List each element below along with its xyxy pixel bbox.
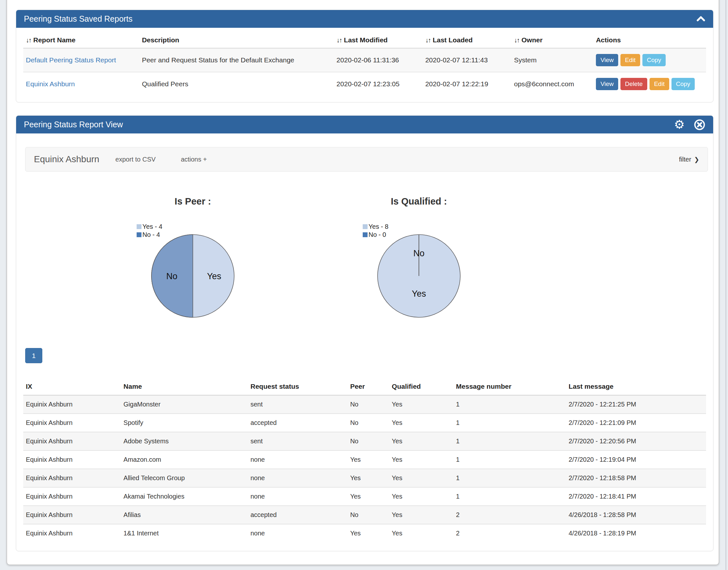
cell-last-loaded: 2020-02-07 12:11:43 — [423, 48, 512, 72]
cell-actions: ViewEditCopy — [593, 48, 706, 72]
cell-ix: Equinix Ashburn — [23, 524, 121, 542]
table-row: Equinix Ashburn1&1 InternetnoneYesYes24/… — [23, 524, 706, 542]
report-name-link[interactable]: Default Peering Status Report — [26, 56, 116, 64]
table-row: Equinix AshburnAllied Telecom GroupnoneY… — [23, 469, 706, 487]
page-background: Peering Status Saved Reports ↓↑Report Na… — [0, 0, 728, 570]
page-button-1[interactable]: 1 — [25, 348, 42, 363]
legend-swatch — [137, 224, 141, 229]
filter-toggle[interactable]: filter ❯ — [679, 156, 699, 163]
column-header-name: Name — [121, 379, 248, 395]
column-label: Last Loaded — [433, 36, 473, 44]
chevron-right-icon: ❯ — [694, 156, 699, 163]
actions-menu-link[interactable]: actions + — [181, 156, 207, 163]
cell-qualified: Yes — [389, 506, 454, 524]
saved-reports-header: Peering Status Saved Reports — [16, 10, 713, 28]
report-view-title: Peering Status Report View — [24, 120, 665, 129]
pagination: 1 — [23, 348, 706, 363]
table-row: Equinix AshburnQualified Peers2020-02-07… — [23, 72, 706, 96]
cell-request-status: none — [248, 469, 348, 487]
cell-peer: Yes — [347, 524, 389, 542]
table-row: Default Peering Status ReportPeer and Re… — [23, 48, 706, 72]
legend-swatch — [363, 224, 368, 229]
column-header-owner[interactable]: ↓↑Owner — [511, 31, 593, 48]
collapse-chevron-up-icon[interactable] — [696, 16, 705, 22]
column-header-ix: IX — [23, 379, 121, 395]
cell-qualified: Yes — [389, 432, 454, 451]
report-name-link[interactable]: Equinix Ashburn — [26, 80, 75, 87]
cell-name: Spotify — [121, 413, 248, 432]
cell-request-status: sent — [248, 432, 348, 451]
pie-label-yes: Yes — [207, 271, 221, 281]
cell-qualified: Yes — [389, 524, 454, 542]
report-view-panel: Peering Status Report View ⚙ Equinix Ash… — [16, 115, 713, 551]
column-header-last-loaded[interactable]: ↓↑Last Loaded — [423, 31, 512, 48]
cell-name: Amazon.com — [121, 451, 248, 469]
is-peer-chart: Is Peer : Yes - 4No - 4 NoYes — [80, 196, 306, 348]
is-qualified-pie-chart: NoYes — [375, 232, 463, 320]
report-view-body: Equinix Ashburn export to CSV actions + … — [16, 147, 713, 542]
table-row: Equinix AshburnAfiliasacceptedNoYes24/26… — [23, 506, 706, 524]
column-header-qualified: Qualified — [389, 379, 454, 395]
delete-button[interactable]: Delete — [620, 78, 647, 90]
export-csv-link[interactable]: export to CSV — [115, 156, 156, 163]
cell-message-number: 1 — [454, 395, 566, 413]
edit-button[interactable]: Edit — [620, 54, 640, 66]
cell-request-status: sent — [248, 395, 348, 413]
cell-request-status: accepted — [248, 506, 348, 524]
legend-item: Yes - 4 — [137, 223, 162, 231]
cell-message-number: 1 — [454, 413, 566, 432]
cell-qualified: Yes — [389, 395, 454, 413]
cell-last-modified: 2020-02-07 12:23:05 — [334, 72, 423, 96]
cell-message-number: 1 — [454, 487, 566, 506]
table-row: Equinix AshburnAmazon.comnoneYesYes12/7/… — [23, 451, 706, 469]
table-row: Equinix AshburnSpotifyacceptedNoYes12/7/… — [23, 413, 706, 432]
cell-last-message: 2/7/2020 - 12:21:25 PM — [566, 395, 706, 413]
view-button[interactable]: View — [596, 78, 618, 90]
cell-last-loaded: 2020-02-07 12:22:19 — [423, 72, 512, 96]
cell-qualified: Yes — [389, 487, 454, 506]
pie-label-no: No — [414, 249, 425, 258]
chart-title: Is Qualified : — [306, 196, 532, 207]
column-header-message-number: Message number — [454, 379, 566, 395]
copy-button[interactable]: Copy — [672, 78, 695, 90]
view-button[interactable]: View — [596, 54, 618, 66]
cell-ix: Equinix Ashburn — [23, 506, 121, 524]
legend-swatch — [363, 232, 368, 237]
pie-label-no: No — [166, 271, 178, 281]
cell-last-message: 2/7/2020 - 12:21:09 PM — [566, 413, 706, 432]
saved-reports-title: Peering Status Saved Reports — [24, 14, 687, 24]
cell-peer: No — [347, 432, 389, 451]
cell-last-message: 2/7/2020 - 12:18:58 PM — [566, 469, 706, 487]
peers-table: IXNameRequest statusPeerQualifiedMessage… — [23, 379, 706, 542]
charts-row: Is Peer : Yes - 4No - 4 NoYes Is Qualifi… — [23, 196, 706, 348]
cell-qualified: Yes — [389, 469, 454, 487]
cell-ix: Equinix Ashburn — [23, 469, 121, 487]
edit-button[interactable]: Edit — [650, 78, 669, 90]
cell-peer: Yes — [347, 487, 389, 506]
cell-last-message: 2/7/2020 - 12:20:56 PM — [566, 432, 706, 451]
cell-request-status: none — [248, 524, 348, 542]
cell-request-status: none — [248, 451, 348, 469]
report-view-header: Peering Status Report View ⚙ — [16, 116, 713, 133]
sort-icon: ↓↑ — [426, 36, 431, 44]
sort-icon: ↓↑ — [26, 36, 31, 44]
gear-icon[interactable]: ⚙ — [674, 118, 685, 130]
close-circle-icon[interactable] — [694, 119, 705, 130]
copy-button[interactable]: Copy — [642, 54, 666, 66]
table-row: Equinix AshburnAkamai TechnologiesnoneYe… — [23, 487, 706, 506]
cell-ix: Equinix Ashburn — [23, 451, 121, 469]
cell-request-status: none — [248, 487, 348, 506]
is-qualified-chart: Is Qualified : Yes - 8No - 0 NoYes — [306, 196, 532, 348]
cell-last-message: 2/7/2020 - 12:19:04 PM — [566, 451, 706, 469]
cell-ix: Equinix Ashburn — [23, 395, 121, 413]
is-peer-pie-chart: NoYes — [149, 232, 236, 320]
saved-reports-body: ↓↑Report NameDescription↓↑Last Modified↓… — [16, 31, 713, 96]
column-header-last-modified[interactable]: ↓↑Last Modified — [334, 31, 423, 48]
cell-peer: Yes — [347, 451, 389, 469]
filter-label: filter — [679, 156, 691, 163]
cell-report-name: Default Peering Status Report — [23, 48, 139, 72]
column-header-actions: Actions — [593, 31, 706, 48]
cell-peer: No — [347, 413, 389, 432]
column-header-report-name[interactable]: ↓↑Report Name — [23, 31, 139, 48]
column-header-last-message: Last message — [566, 379, 706, 395]
